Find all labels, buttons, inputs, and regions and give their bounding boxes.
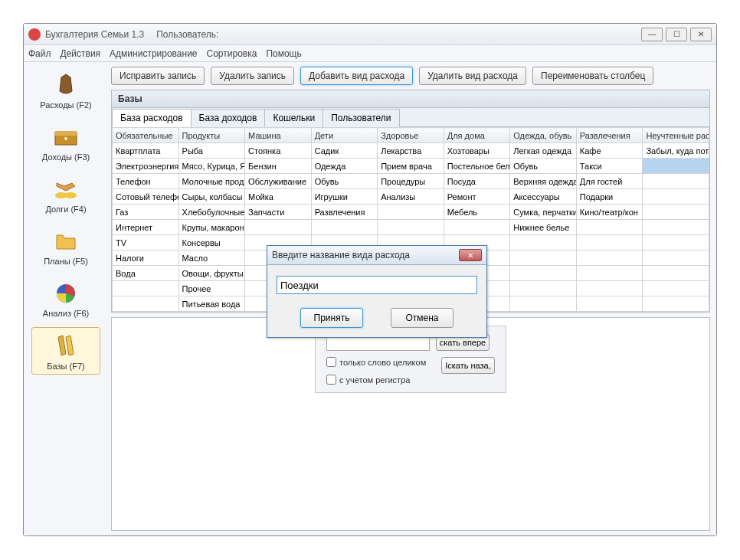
- table-cell[interactable]: [643, 251, 709, 266]
- table-cell[interactable]: [378, 205, 444, 220]
- table-cell[interactable]: Верхняя одежда: [510, 174, 577, 189]
- table-cell[interactable]: Постельное бел: [444, 159, 510, 174]
- add-expense-type-button[interactable]: Добавить вид расхода: [300, 67, 413, 85]
- table-cell[interactable]: Лекарства: [378, 143, 444, 159]
- rename-column-button[interactable]: Переименовать столбец: [532, 67, 653, 85]
- table-cell[interactable]: [378, 220, 444, 235]
- column-header[interactable]: Машина: [245, 128, 312, 143]
- table-cell[interactable]: [643, 189, 709, 205]
- table-cell[interactable]: Сумка, перчатки: [510, 205, 577, 220]
- table-cell[interactable]: [643, 220, 709, 235]
- sidebar-bases[interactable]: Базы (F7): [31, 327, 100, 375]
- column-header[interactable]: Дети: [311, 128, 378, 143]
- table-cell[interactable]: Ремонт: [444, 189, 510, 205]
- table-cell[interactable]: Нижнее белье: [510, 220, 577, 235]
- table-cell[interactable]: Кино/театр/кон: [576, 205, 643, 220]
- table-cell[interactable]: [311, 220, 378, 235]
- table-cell[interactable]: [510, 266, 577, 281]
- table-cell[interactable]: Газ: [113, 205, 179, 220]
- menu-admin[interactable]: Администрирование: [110, 48, 197, 59]
- table-cell[interactable]: [643, 235, 709, 251]
- table-cell[interactable]: [113, 281, 179, 296]
- case-sensitive-checkbox[interactable]: с учетом регистра: [326, 375, 426, 385]
- dialog-cancel-button[interactable]: Отмена: [391, 308, 453, 328]
- table-cell[interactable]: Масло: [178, 251, 245, 266]
- table-cell[interactable]: Обувь: [311, 174, 378, 189]
- column-header[interactable]: Развлечения: [576, 128, 643, 143]
- menu-file[interactable]: Файл: [28, 48, 51, 59]
- table-cell[interactable]: Легкая одежда: [510, 143, 577, 159]
- table-cell[interactable]: Питьевая вода: [178, 296, 245, 312]
- tab-expenses-base[interactable]: База расходов: [112, 109, 192, 127]
- table-cell[interactable]: Процедуры: [378, 174, 444, 189]
- table-cell[interactable]: Хлебобулочные: [178, 205, 245, 220]
- table-cell[interactable]: Телефон: [113, 174, 179, 189]
- table-cell[interactable]: [510, 296, 577, 312]
- menu-sort[interactable]: Сортировка: [207, 48, 257, 59]
- table-cell[interactable]: [643, 296, 709, 312]
- table-cell[interactable]: Аксессуары: [510, 189, 577, 205]
- table-cell[interactable]: Налоги: [113, 251, 179, 266]
- table-cell[interactable]: Консервы: [178, 235, 245, 251]
- edit-record-button[interactable]: Исправить запись: [111, 67, 205, 85]
- sidebar-expenses[interactable]: Расходы (F2): [31, 67, 100, 113]
- table-cell[interactable]: Прием врача: [378, 159, 444, 174]
- minimize-button[interactable]: —: [641, 28, 663, 41]
- table-cell[interactable]: Обслуживание: [245, 174, 312, 189]
- table-cell[interactable]: [576, 235, 643, 251]
- table-cell[interactable]: [576, 296, 643, 312]
- table-cell[interactable]: Посуда: [444, 174, 510, 189]
- table-cell[interactable]: Крупы, макарон: [178, 220, 245, 235]
- table-cell[interactable]: Садик: [311, 143, 378, 159]
- table-cell[interactable]: Сотовый телефо: [113, 189, 179, 205]
- table-cell[interactable]: Интернет: [113, 220, 179, 235]
- table-cell[interactable]: [510, 235, 577, 251]
- table-cell[interactable]: Прочее: [178, 281, 245, 296]
- table-cell[interactable]: Бензин: [245, 159, 312, 174]
- table-cell[interactable]: [643, 205, 709, 220]
- table-cell[interactable]: Рыба: [178, 143, 245, 159]
- table-cell[interactable]: Игрушки: [311, 189, 378, 205]
- table-cell[interactable]: Подарки: [576, 189, 643, 205]
- column-header[interactable]: Неучтенные расх.: [643, 128, 709, 143]
- tab-users[interactable]: Пользователи: [323, 109, 399, 127]
- table-cell[interactable]: [643, 159, 709, 174]
- column-header[interactable]: Здоровье: [378, 128, 444, 143]
- table-cell[interactable]: [576, 220, 643, 235]
- column-header[interactable]: Одежда, обувь: [510, 128, 577, 143]
- table-cell[interactable]: Овощи, фрукты,: [178, 266, 245, 281]
- table-cell[interactable]: Мясо, Курица, Я: [178, 159, 245, 174]
- expense-type-name-input[interactable]: [277, 276, 477, 294]
- column-header[interactable]: Обязательные: [113, 128, 179, 143]
- table-cell[interactable]: [444, 220, 510, 235]
- search-backward-button[interactable]: Iскать наза,: [441, 357, 495, 374]
- table-cell[interactable]: [576, 266, 643, 281]
- table-cell[interactable]: [576, 251, 643, 266]
- tab-wallets[interactable]: Кошельки: [264, 109, 323, 127]
- table-cell[interactable]: [113, 296, 179, 312]
- table-cell[interactable]: Для гостей: [576, 174, 643, 189]
- table-cell[interactable]: Квартплата: [113, 143, 179, 159]
- table-cell[interactable]: [576, 281, 643, 296]
- table-cell[interactable]: TV: [113, 235, 179, 251]
- delete-record-button[interactable]: Удалить запись: [211, 67, 294, 85]
- dialog-ok-button[interactable]: Принять: [300, 308, 363, 328]
- table-cell[interactable]: [643, 281, 709, 296]
- table-cell[interactable]: [510, 251, 577, 266]
- table-cell[interactable]: Такси: [576, 159, 643, 174]
- sidebar-plans[interactable]: Планы (F5): [31, 223, 100, 269]
- table-cell[interactable]: Кафе: [576, 143, 643, 159]
- sidebar-debts[interactable]: Долги (F4): [31, 171, 100, 217]
- table-cell[interactable]: [510, 281, 577, 296]
- column-header[interactable]: Продукты: [178, 128, 245, 143]
- table-cell[interactable]: Сыры, колбасы: [178, 189, 245, 205]
- delete-expense-type-button[interactable]: Удалить вид расхода: [419, 67, 526, 85]
- table-cell[interactable]: Молочные прод: [178, 174, 245, 189]
- table-cell[interactable]: [245, 220, 312, 235]
- table-cell[interactable]: Забыл, куда потр: [643, 143, 709, 159]
- table-cell[interactable]: Запчасти: [245, 205, 312, 220]
- table-cell[interactable]: Стоянка: [245, 143, 312, 159]
- table-cell[interactable]: Мойка: [245, 189, 312, 205]
- whole-word-checkbox[interactable]: только слово целиком: [326, 357, 426, 367]
- dialog-close-button[interactable]: ✕: [459, 249, 482, 261]
